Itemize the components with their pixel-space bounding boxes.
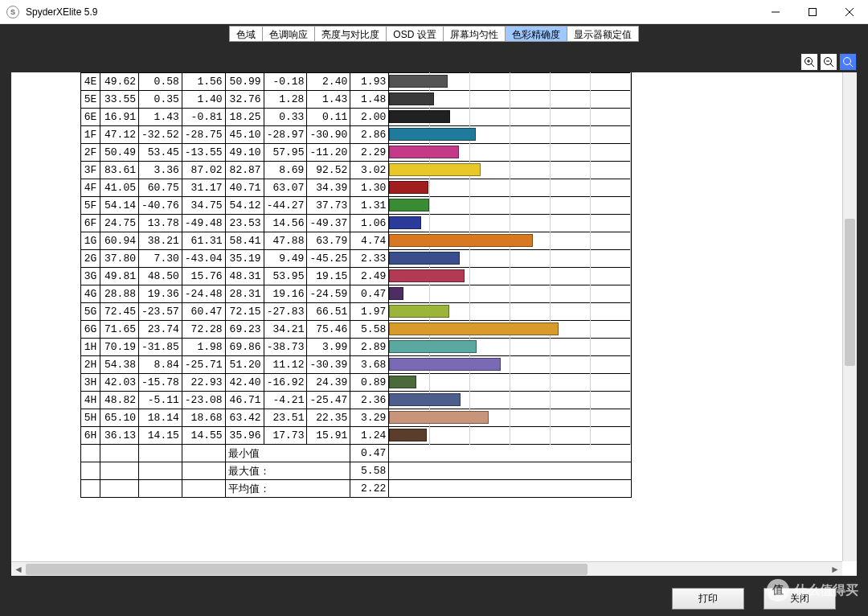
zoom-toolbar xyxy=(800,53,857,71)
row-id: 3G xyxy=(81,268,100,285)
delta-e-bar xyxy=(389,303,632,321)
row-id: 1F xyxy=(81,126,100,144)
tab-亮度与对比度[interactable]: 亮度与对比度 xyxy=(314,26,386,42)
row-id: 3F xyxy=(81,162,100,179)
summary-row: 最小值0.47 xyxy=(81,445,632,462)
delta-e-bar xyxy=(389,232,632,250)
delta-e-bar xyxy=(389,392,632,409)
window-titlebar: S SpyderXElite 5.9 xyxy=(0,0,868,24)
zoom-in-button[interactable] xyxy=(800,53,818,71)
minimize-button[interactable] xyxy=(757,0,794,23)
row-id: 4E xyxy=(81,73,100,91)
table-row: 1H70.19-31.851.9869.86-38.733.992.89 xyxy=(81,339,632,356)
delta-e-value: 0.47 xyxy=(350,285,389,303)
row-id: 5G xyxy=(81,303,100,321)
svg-line-12 xyxy=(850,64,853,67)
scroll-left-icon[interactable]: ◄ xyxy=(11,562,26,577)
print-button[interactable]: 打印 xyxy=(672,588,744,610)
row-id: 4F xyxy=(81,179,100,197)
delta-e-value: 1.30 xyxy=(350,179,389,197)
delta-e-value: 1.48 xyxy=(350,91,389,109)
delta-e-bar xyxy=(389,215,632,232)
summary-row: 最大值：5.58 xyxy=(81,462,632,480)
tab-屏幕均匀性[interactable]: 屏幕均匀性 xyxy=(443,26,505,42)
row-id: 5F xyxy=(81,197,100,215)
row-id: 3H xyxy=(81,374,100,392)
delta-e-bar xyxy=(389,409,632,427)
svg-line-5 xyxy=(811,64,814,67)
svg-rect-1 xyxy=(809,8,817,15)
footer-bar: 打印 关闭 xyxy=(0,581,868,616)
tab-色调响应[interactable]: 色调响应 xyxy=(262,26,314,42)
table-row: 6E16.911.43-0.8118.250.330.112.00 xyxy=(81,109,632,126)
row-id: 5E xyxy=(81,91,100,109)
table-row: 2G37.807.30-43.0435.199.49-45.252.33 xyxy=(81,250,632,268)
delta-e-value: 2.86 xyxy=(350,126,389,144)
delta-e-bar xyxy=(389,374,632,392)
delta-e-value: 3.02 xyxy=(350,162,389,179)
row-id: 2H xyxy=(81,356,100,374)
row-id: 1H xyxy=(81,339,100,356)
app-body: 色域色调响应亮度与对比度OSD 设置屏幕均匀性色彩精确度显示器额定值 4E49.… xyxy=(0,24,868,616)
tab-显示器额定值[interactable]: 显示器额定值 xyxy=(567,26,639,42)
table-row: 2F50.4953.45-13.5549.1057.95-11.202.29 xyxy=(81,144,632,162)
table-row: 3F83.613.3687.0282.878.6992.523.02 xyxy=(81,162,632,179)
report-content: 4E49.620.581.5650.99-0.182.401.935E33.55… xyxy=(80,72,632,498)
report-viewport: 4E49.620.581.5650.99-0.182.401.935E33.55… xyxy=(11,72,857,576)
delta-e-value: 2.00 xyxy=(350,109,389,126)
delta-e-value: 0.89 xyxy=(350,374,389,392)
delta-e-value: 1.24 xyxy=(350,427,389,445)
table-row: 5E33.550.351.4032.761.281.431.48 xyxy=(81,91,632,109)
table-row: 3H42.03-15.7822.9342.40-16.9224.390.89 xyxy=(81,374,632,392)
delta-e-value: 4.74 xyxy=(350,232,389,250)
zoom-out-button[interactable] xyxy=(820,53,837,71)
delta-e-value: 2.29 xyxy=(350,144,389,162)
delta-e-bar xyxy=(389,162,632,179)
delta-e-value: 1.06 xyxy=(350,215,389,232)
color-accuracy-table: 4E49.620.581.5650.99-0.182.401.935E33.55… xyxy=(80,72,632,498)
tab-色彩精确度[interactable]: 色彩精确度 xyxy=(505,26,567,42)
summary-label: 最大值： xyxy=(225,462,350,480)
summary-label: 最小值 xyxy=(225,445,350,462)
delta-e-bar xyxy=(389,179,632,197)
row-id: 4G xyxy=(81,285,100,303)
delta-e-value: 2.89 xyxy=(350,339,389,356)
tab-bar: 色域色调响应亮度与对比度OSD 设置屏幕均匀性色彩精确度显示器额定值 xyxy=(0,24,868,42)
delta-e-bar xyxy=(389,339,632,356)
delta-e-value: 3.29 xyxy=(350,409,389,427)
zoom-fit-button[interactable] xyxy=(839,53,857,71)
delta-e-bar xyxy=(389,73,632,91)
row-id: 6F xyxy=(81,215,100,232)
delta-e-value: 2.33 xyxy=(350,250,389,268)
delta-e-value: 2.36 xyxy=(350,392,389,409)
window-title: SpyderXElite 5.9 xyxy=(26,6,757,18)
scroll-right-icon[interactable]: ► xyxy=(828,562,842,577)
tab-OSD 设置[interactable]: OSD 设置 xyxy=(386,26,442,42)
summary-value: 2.22 xyxy=(350,480,389,498)
svg-line-9 xyxy=(830,64,833,67)
delta-e-bar xyxy=(389,197,632,215)
delta-e-bar xyxy=(389,268,632,285)
row-id: 6E xyxy=(81,109,100,126)
table-row: 3G49.8148.5015.7648.3153.9519.152.49 xyxy=(81,268,632,285)
horizontal-scrollbar[interactable]: ◄ ► xyxy=(11,561,842,576)
delta-e-bar xyxy=(389,91,632,109)
vertical-scrollbar[interactable] xyxy=(842,72,857,561)
table-row: 4H48.82-5.11-23.0846.71-4.21-25.472.36 xyxy=(81,392,632,409)
row-id: 6H xyxy=(81,427,100,445)
close-report-button[interactable]: 关闭 xyxy=(764,588,836,610)
delta-e-bar xyxy=(389,250,632,268)
delta-e-bar xyxy=(389,144,632,162)
close-button[interactable] xyxy=(831,0,868,23)
row-id: 6G xyxy=(81,321,100,339)
tab-色域[interactable]: 色域 xyxy=(229,26,262,42)
table-row: 4F41.0560.7531.1740.7163.0734.391.30 xyxy=(81,179,632,197)
summary-row: 平均值：2.22 xyxy=(81,480,632,498)
table-row: 1F47.12-32.52-28.7545.10-28.97-30.902.86 xyxy=(81,126,632,144)
row-id: 2G xyxy=(81,250,100,268)
maximize-button[interactable] xyxy=(794,0,831,23)
delta-e-bar xyxy=(389,321,632,339)
delta-e-value: 2.49 xyxy=(350,268,389,285)
table-row: 4E49.620.581.5650.99-0.182.401.93 xyxy=(81,73,632,91)
table-row: 6H36.1314.1514.5535.9617.7315.911.24 xyxy=(81,427,632,445)
